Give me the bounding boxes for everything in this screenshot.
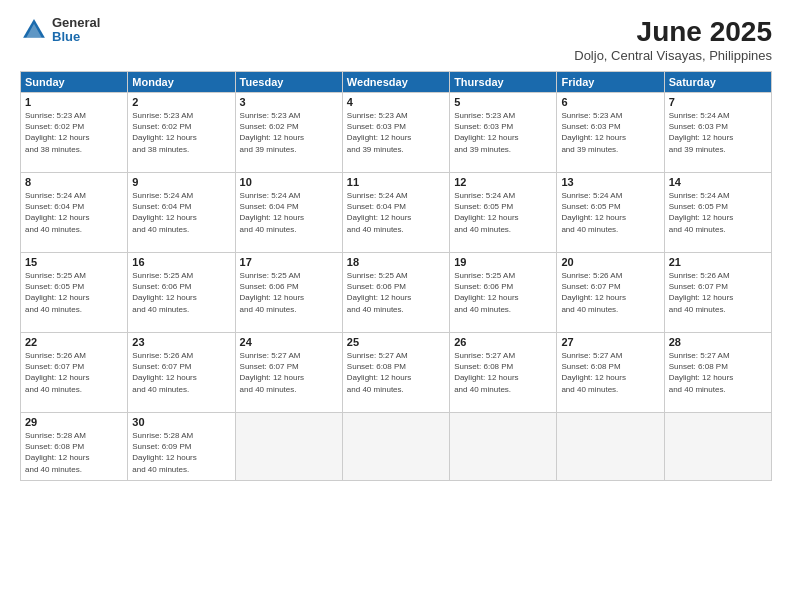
calendar-cell: 22Sunrise: 5:26 AM Sunset: 6:07 PM Dayli… xyxy=(21,333,128,413)
day-info: Sunrise: 5:24 AM Sunset: 6:03 PM Dayligh… xyxy=(669,110,767,155)
day-info: Sunrise: 5:23 AM Sunset: 6:02 PM Dayligh… xyxy=(25,110,123,155)
calendar-cell: 26Sunrise: 5:27 AM Sunset: 6:08 PM Dayli… xyxy=(450,333,557,413)
day-info: Sunrise: 5:27 AM Sunset: 6:08 PM Dayligh… xyxy=(454,350,552,395)
day-info: Sunrise: 5:27 AM Sunset: 6:07 PM Dayligh… xyxy=(240,350,338,395)
day-number: 28 xyxy=(669,336,767,348)
calendar-row-4: 22Sunrise: 5:26 AM Sunset: 6:07 PM Dayli… xyxy=(21,333,772,413)
day-number: 21 xyxy=(669,256,767,268)
day-number: 12 xyxy=(454,176,552,188)
day-number: 13 xyxy=(561,176,659,188)
day-number: 22 xyxy=(25,336,123,348)
day-number: 9 xyxy=(132,176,230,188)
day-info: Sunrise: 5:24 AM Sunset: 6:04 PM Dayligh… xyxy=(240,190,338,235)
day-info: Sunrise: 5:24 AM Sunset: 6:04 PM Dayligh… xyxy=(25,190,123,235)
title-block: June 2025 Doljo, Central Visayas, Philip… xyxy=(574,16,772,63)
calendar-cell: 6Sunrise: 5:23 AM Sunset: 6:03 PM Daylig… xyxy=(557,93,664,173)
calendar-cell: 27Sunrise: 5:27 AM Sunset: 6:08 PM Dayli… xyxy=(557,333,664,413)
month-title: June 2025 xyxy=(574,16,772,48)
calendar-cell xyxy=(557,413,664,481)
day-info: Sunrise: 5:25 AM Sunset: 6:06 PM Dayligh… xyxy=(454,270,552,315)
calendar-cell: 28Sunrise: 5:27 AM Sunset: 6:08 PM Dayli… xyxy=(664,333,771,413)
logo-icon xyxy=(20,16,48,44)
header-saturday: Saturday xyxy=(664,72,771,93)
calendar-cell: 25Sunrise: 5:27 AM Sunset: 6:08 PM Dayli… xyxy=(342,333,449,413)
calendar-cell: 5Sunrise: 5:23 AM Sunset: 6:03 PM Daylig… xyxy=(450,93,557,173)
calendar-cell: 4Sunrise: 5:23 AM Sunset: 6:03 PM Daylig… xyxy=(342,93,449,173)
day-number: 8 xyxy=(25,176,123,188)
day-info: Sunrise: 5:23 AM Sunset: 6:02 PM Dayligh… xyxy=(132,110,230,155)
calendar-cell: 10Sunrise: 5:24 AM Sunset: 6:04 PM Dayli… xyxy=(235,173,342,253)
calendar-cell: 9Sunrise: 5:24 AM Sunset: 6:04 PM Daylig… xyxy=(128,173,235,253)
day-info: Sunrise: 5:27 AM Sunset: 6:08 PM Dayligh… xyxy=(347,350,445,395)
day-info: Sunrise: 5:26 AM Sunset: 6:07 PM Dayligh… xyxy=(669,270,767,315)
day-number: 6 xyxy=(561,96,659,108)
day-number: 24 xyxy=(240,336,338,348)
logo-blue: Blue xyxy=(52,30,100,44)
day-info: Sunrise: 5:24 AM Sunset: 6:04 PM Dayligh… xyxy=(347,190,445,235)
calendar-cell xyxy=(450,413,557,481)
logo-text: General Blue xyxy=(52,16,100,45)
day-info: Sunrise: 5:23 AM Sunset: 6:02 PM Dayligh… xyxy=(240,110,338,155)
header-friday: Friday xyxy=(557,72,664,93)
calendar-cell: 20Sunrise: 5:26 AM Sunset: 6:07 PM Dayli… xyxy=(557,253,664,333)
header: General Blue June 2025 Doljo, Central Vi… xyxy=(20,16,772,63)
calendar-cell: 19Sunrise: 5:25 AM Sunset: 6:06 PM Dayli… xyxy=(450,253,557,333)
day-info: Sunrise: 5:26 AM Sunset: 6:07 PM Dayligh… xyxy=(132,350,230,395)
calendar-cell xyxy=(342,413,449,481)
calendar-cell: 2Sunrise: 5:23 AM Sunset: 6:02 PM Daylig… xyxy=(128,93,235,173)
day-number: 14 xyxy=(669,176,767,188)
header-wednesday: Wednesday xyxy=(342,72,449,93)
day-info: Sunrise: 5:23 AM Sunset: 6:03 PM Dayligh… xyxy=(347,110,445,155)
header-monday: Monday xyxy=(128,72,235,93)
calendar-cell: 24Sunrise: 5:27 AM Sunset: 6:07 PM Dayli… xyxy=(235,333,342,413)
day-number: 20 xyxy=(561,256,659,268)
day-info: Sunrise: 5:25 AM Sunset: 6:05 PM Dayligh… xyxy=(25,270,123,315)
calendar-cell: 11Sunrise: 5:24 AM Sunset: 6:04 PM Dayli… xyxy=(342,173,449,253)
day-number: 7 xyxy=(669,96,767,108)
header-sunday: Sunday xyxy=(21,72,128,93)
calendar-cell: 15Sunrise: 5:25 AM Sunset: 6:05 PM Dayli… xyxy=(21,253,128,333)
day-info: Sunrise: 5:25 AM Sunset: 6:06 PM Dayligh… xyxy=(347,270,445,315)
calendar-table: Sunday Monday Tuesday Wednesday Thursday… xyxy=(20,71,772,481)
day-info: Sunrise: 5:26 AM Sunset: 6:07 PM Dayligh… xyxy=(561,270,659,315)
day-number: 26 xyxy=(454,336,552,348)
day-info: Sunrise: 5:24 AM Sunset: 6:04 PM Dayligh… xyxy=(132,190,230,235)
calendar-cell: 17Sunrise: 5:25 AM Sunset: 6:06 PM Dayli… xyxy=(235,253,342,333)
day-info: Sunrise: 5:25 AM Sunset: 6:06 PM Dayligh… xyxy=(240,270,338,315)
calendar-cell: 8Sunrise: 5:24 AM Sunset: 6:04 PM Daylig… xyxy=(21,173,128,253)
day-number: 25 xyxy=(347,336,445,348)
day-info: Sunrise: 5:27 AM Sunset: 6:08 PM Dayligh… xyxy=(669,350,767,395)
day-number: 30 xyxy=(132,416,230,428)
day-info: Sunrise: 5:25 AM Sunset: 6:06 PM Dayligh… xyxy=(132,270,230,315)
header-tuesday: Tuesday xyxy=(235,72,342,93)
day-number: 10 xyxy=(240,176,338,188)
calendar-row-2: 8Sunrise: 5:24 AM Sunset: 6:04 PM Daylig… xyxy=(21,173,772,253)
day-number: 29 xyxy=(25,416,123,428)
day-number: 11 xyxy=(347,176,445,188)
day-info: Sunrise: 5:28 AM Sunset: 6:08 PM Dayligh… xyxy=(25,430,123,475)
calendar-cell: 12Sunrise: 5:24 AM Sunset: 6:05 PM Dayli… xyxy=(450,173,557,253)
day-number: 17 xyxy=(240,256,338,268)
day-info: Sunrise: 5:27 AM Sunset: 6:08 PM Dayligh… xyxy=(561,350,659,395)
day-number: 18 xyxy=(347,256,445,268)
day-number: 16 xyxy=(132,256,230,268)
calendar-cell: 14Sunrise: 5:24 AM Sunset: 6:05 PM Dayli… xyxy=(664,173,771,253)
day-info: Sunrise: 5:23 AM Sunset: 6:03 PM Dayligh… xyxy=(561,110,659,155)
calendar-cell: 13Sunrise: 5:24 AM Sunset: 6:05 PM Dayli… xyxy=(557,173,664,253)
calendar-row-3: 15Sunrise: 5:25 AM Sunset: 6:05 PM Dayli… xyxy=(21,253,772,333)
calendar-cell: 7Sunrise: 5:24 AM Sunset: 6:03 PM Daylig… xyxy=(664,93,771,173)
page: General Blue June 2025 Doljo, Central Vi… xyxy=(0,0,792,612)
day-number: 27 xyxy=(561,336,659,348)
day-info: Sunrise: 5:26 AM Sunset: 6:07 PM Dayligh… xyxy=(25,350,123,395)
calendar-cell: 3Sunrise: 5:23 AM Sunset: 6:02 PM Daylig… xyxy=(235,93,342,173)
calendar-cell xyxy=(235,413,342,481)
day-number: 3 xyxy=(240,96,338,108)
calendar-cell: 21Sunrise: 5:26 AM Sunset: 6:07 PM Dayli… xyxy=(664,253,771,333)
day-number: 23 xyxy=(132,336,230,348)
weekday-header-row: Sunday Monday Tuesday Wednesday Thursday… xyxy=(21,72,772,93)
calendar-row-1: 1Sunrise: 5:23 AM Sunset: 6:02 PM Daylig… xyxy=(21,93,772,173)
calendar-cell: 18Sunrise: 5:25 AM Sunset: 6:06 PM Dayli… xyxy=(342,253,449,333)
logo-general: General xyxy=(52,16,100,30)
calendar-cell: 29Sunrise: 5:28 AM Sunset: 6:08 PM Dayli… xyxy=(21,413,128,481)
calendar-cell xyxy=(664,413,771,481)
